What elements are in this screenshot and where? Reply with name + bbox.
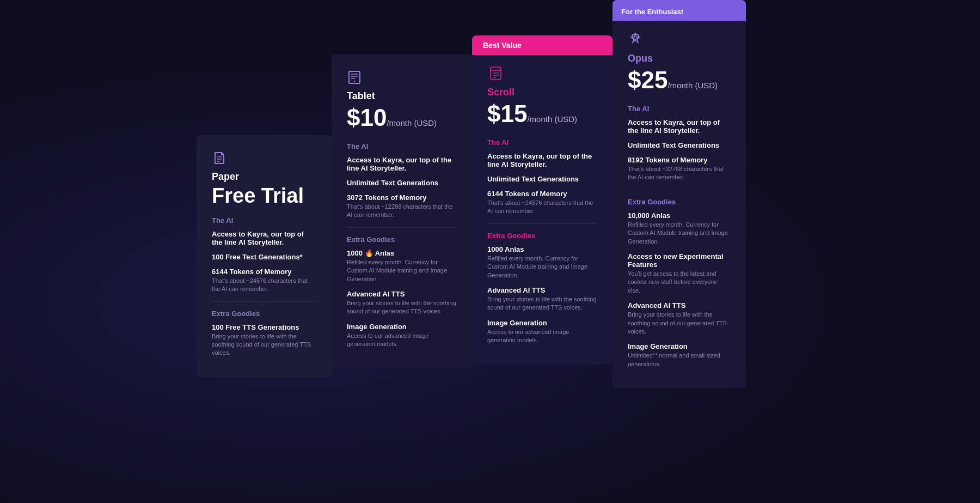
price-amount: $25 (628, 66, 667, 93)
plan-price-paper: Free Trial (212, 185, 316, 208)
anlas-label: 1000 🔥 Anlas (347, 249, 394, 257)
paper-icon (212, 150, 227, 166)
plan-card-opus: For the Enthusiast Opus $25/month (USD) … (612, 0, 746, 388)
feature-scroll-goodies-1: 1000 Anlas Refilled every month. Currenc… (487, 245, 597, 280)
feature-desc: That's about ~24576 characters that the … (487, 199, 597, 216)
feature-title: Unlimited Text Generations (628, 141, 731, 149)
divider-scroll (487, 223, 597, 224)
feature-opus-goodies-3: Advanced AI TTS Bring your stories to li… (628, 301, 731, 336)
feature-opus-goodies-1: 10,000 Anlas Refilled every month. Curre… (628, 211, 731, 246)
plan-name-scroll: Scroll (487, 87, 597, 98)
feature-desc: Access to our advanced image generation … (347, 332, 457, 349)
feature-desc: You'll get access to the latest and cool… (628, 270, 731, 295)
plan-card-tablet: Tablet $10/month (USD) The AI Access to … (332, 54, 472, 368)
feature-desc: Access to our advanced image generation … (487, 328, 597, 345)
feature-scroll-ai-3: 6144 Tokens of Memory That's about ~2457… (487, 190, 597, 216)
feature-opus-ai-2: Unlimited Text Generations (628, 141, 731, 149)
feature-tablet-goodies-1: 1000 🔥 Anlas Refilled every month. Curre… (347, 249, 457, 283)
section-goodies-label-tablet: Extra Goodies (347, 235, 457, 244)
feature-title: 10,000 Anlas (628, 211, 731, 220)
feature-title: 6144 Tokens of Memory (212, 268, 316, 276)
price-amount: $15 (487, 100, 527, 127)
feature-desc: Refilled every month. Currency for Custo… (487, 254, 597, 280)
feature-title: Access to Kayra, our top of the line AI … (212, 230, 316, 246)
feature-paper-goodies-1: 100 Free TTS Generations Bring your stor… (212, 323, 316, 357)
plan-name-opus: Opus (628, 53, 731, 64)
feature-paper-ai-2: 100 Free Text Generations* (212, 253, 316, 261)
feature-tablet-ai-2: Unlimited Text Generations (347, 179, 457, 187)
feature-title: Advanced AI TTS (347, 290, 457, 298)
feature-title: Advanced AI TTS (487, 286, 597, 294)
plan-price-tablet: $10/month (USD) (347, 104, 457, 131)
divider-opus (628, 190, 731, 190)
feature-opus-goodies-4: Image Generation Unlimited** normal and … (628, 342, 731, 368)
section-ai-label-scroll: The AI (487, 138, 597, 147)
pricing-cards-row: Paper Free Trial The AI Access to Kayra,… (197, 0, 729, 388)
section-ai-label-tablet: The AI (347, 142, 457, 150)
opus-icon (628, 32, 643, 47)
feature-tablet-goodies-2: Advanced AI TTS Bring your stories to li… (347, 290, 457, 316)
section-goodies-label-scroll: Extra Goodies (487, 232, 597, 240)
feature-tablet-ai-1: Access to Kayra, our top of the line AI … (347, 156, 457, 172)
feature-title: Image Generation (628, 342, 731, 350)
feature-title: Image Generation (487, 319, 597, 327)
section-ai-label-paper: The AI (212, 216, 316, 225)
feature-desc: Bring your stories to life with the soot… (347, 299, 457, 316)
plan-card-scroll: Best Value Scroll $15/month (USD) The AI… (472, 35, 612, 365)
feature-title: Image Generation (347, 323, 457, 331)
feature-title: Unlimited Text Generations (487, 175, 597, 183)
anlas-label-scroll: 1000 Anlas (487, 245, 524, 253)
feature-desc: Refilled every month. Currency for Custo… (347, 258, 457, 283)
section-ai-label-opus: The AI (628, 105, 731, 113)
feature-scroll-ai-1: Access to Kayra, our top of the line AI … (487, 152, 597, 168)
price-amount: $10 (347, 104, 387, 131)
feature-desc: Refilled every month. Currency for Custo… (628, 221, 731, 246)
best-value-banner: Best Value (472, 35, 612, 55)
scroll-icon (487, 66, 503, 81)
price-period: /month (USD) (667, 81, 718, 90)
feature-desc: Bring your stories to life with the soot… (212, 332, 316, 357)
feature-title: 1000 🔥 Anlas (347, 249, 457, 257)
plan-price-opus: $25/month (USD) (628, 66, 731, 94)
feature-opus-ai-3: 8192 Tokens of Memory That's about ~3276… (628, 156, 731, 182)
feature-opus-ai-1: Access to Kayra, our top of the line AI … (628, 118, 731, 135)
feature-title: Access to Kayra, our top of the line AI … (487, 152, 597, 168)
price-period: /month (USD) (387, 118, 437, 128)
plan-price-scroll: $15/month (USD) (487, 100, 597, 128)
feature-title: Access to Kayra, our top of the line AI … (628, 118, 731, 135)
feature-title: 3072 Tokens of Memory (347, 193, 457, 202)
section-goodies-label-opus: Extra Goodies (628, 198, 731, 206)
section-goodies-label-paper: Extra Goodies (212, 310, 316, 318)
enthusiast-banner: For the Enthusiast (612, 2, 746, 21)
feature-title: Access to new Experimental Features (628, 252, 731, 269)
divider-tablet (347, 227, 457, 228)
plan-name-paper: Paper (212, 171, 316, 183)
feature-opus-goodies-2: Access to new Experimental Features You'… (628, 252, 731, 295)
feature-title: 100 Free Text Generations* (212, 253, 316, 261)
feature-desc: That's about ~12288 characters that the … (347, 203, 457, 220)
feature-title: Access to Kayra, our top of the line AI … (347, 156, 457, 172)
feature-desc: That's about ~32768 characters that the … (628, 165, 731, 182)
plan-name-tablet: Tablet (347, 90, 457, 102)
feature-desc: That's about ~24576 characters that the … (212, 277, 316, 294)
feature-desc: Unlimited** normal and small sized gener… (628, 352, 731, 368)
feature-scroll-goodies-3: Image Generation Access to our advanced … (487, 319, 597, 345)
svg-point-4 (354, 81, 355, 82)
feature-title: 100 Free TTS Generations (212, 323, 316, 331)
feature-paper-ai-3: 6144 Tokens of Memory That's about ~2457… (212, 268, 316, 294)
feature-tablet-ai-3: 3072 Tokens of Memory That's about ~1228… (347, 193, 457, 220)
pricing-page: Paper Free Trial The AI Access to Kayra,… (0, 0, 980, 503)
feature-paper-ai-1: Access to Kayra, our top of the line AI … (212, 230, 316, 246)
feature-desc: Bring your stories to life with the soot… (487, 295, 597, 312)
feature-title: Unlimited Text Generations (347, 179, 457, 187)
feature-scroll-ai-2: Unlimited Text Generations (487, 175, 597, 183)
feature-title: Advanced AI TTS (628, 301, 731, 310)
price-period: /month (USD) (527, 114, 577, 124)
feature-desc: Bring your stories to life with the soot… (628, 311, 731, 336)
feature-tablet-goodies-3: Image Generation Access to our advanced … (347, 323, 457, 349)
tablet-icon (347, 70, 362, 85)
plan-card-paper: Paper Free Trial The AI Access to Kayra,… (197, 135, 332, 377)
feature-title: 1000 Anlas (487, 245, 597, 253)
feature-scroll-goodies-2: Advanced AI TTS Bring your stories to li… (487, 286, 597, 312)
divider-paper (212, 301, 316, 302)
